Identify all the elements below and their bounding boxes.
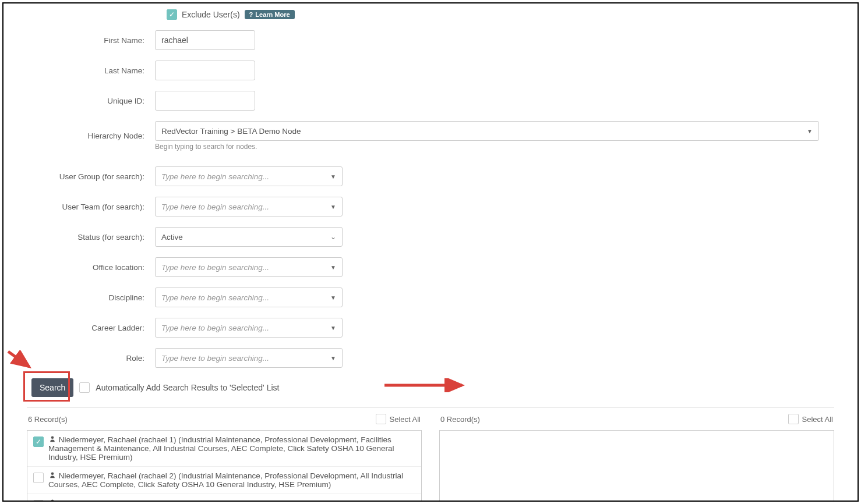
unique-id-label: Unique ID:	[27, 97, 155, 105]
exclude-users-label: Exclude User(s)	[182, 10, 240, 19]
user-icon	[48, 499, 57, 502]
last-name-label: Last Name:	[27, 66, 155, 75]
user-group-combo[interactable]: Type here to begin searching... ▼	[155, 166, 343, 186]
office-label: Office location:	[27, 263, 155, 272]
result-checkbox[interactable]	[33, 500, 44, 502]
result-text: Niedermeyer, Rachael (rachael 2) (Indust…	[48, 471, 403, 489]
office-combo[interactable]: Type here to begin searching... ▼	[155, 257, 343, 277]
selected-list[interactable]	[439, 430, 834, 502]
result-text: Niedermeyer, Rachael (rachael 1) (Indust…	[48, 435, 394, 462]
chevron-down-icon: ▼	[330, 325, 336, 331]
role-combo[interactable]: Type here to begin searching... ▼	[155, 348, 343, 368]
list-item[interactable]: Niedermeyer, Rachael (rachael 2) (Indust…	[27, 467, 421, 494]
hierarchy-select[interactable]: RedVector Training > BETA Demo Node ▼	[155, 121, 819, 141]
auto-add-checkbox[interactable]	[79, 382, 90, 393]
chevron-down-icon: ▼	[330, 355, 336, 361]
exclude-users-row: ✓ Exclude User(s) ? Learn More	[167, 9, 834, 20]
last-name-input[interactable]	[155, 61, 255, 80]
user-icon	[48, 471, 57, 480]
results-count: 6 Record(s)	[28, 415, 68, 424]
discipline-combo[interactable]: Type here to begin searching... ▼	[155, 288, 343, 307]
selected-count: 0 Record(s)	[440, 415, 480, 424]
search-results-column: 6 Record(s) Select All ✓ Niedermeyer,	[27, 408, 422, 502]
career-label: Career Ladder:	[27, 324, 155, 332]
hierarchy-value: RedVector Training > BETA Demo Node	[161, 127, 301, 136]
user-group-label: User Group (for search):	[27, 172, 155, 181]
chevron-down-icon: ▼	[330, 294, 336, 301]
chevron-down-icon: ▼	[330, 204, 336, 210]
status-label: Status (for search):	[27, 233, 155, 242]
user-icon	[48, 435, 57, 444]
result-checkbox[interactable]: ✓	[33, 436, 44, 447]
help-icon: ?	[249, 11, 253, 18]
list-item[interactable]: ✓ Niedermeyer, Rachael (rachael 1) (Indu…	[27, 431, 421, 467]
selected-list-column: 0 Record(s) Select All ✖ Remove Checked …	[439, 408, 834, 502]
exclude-users-checkbox[interactable]: ✓	[167, 9, 177, 20]
user-team-combo[interactable]: Type here to begin searching... ▼	[155, 197, 343, 216]
auto-add-label: Automatically Add Search Results to 'Sel…	[96, 383, 279, 392]
hierarchy-helper: Begin typing to search for nodes.	[155, 143, 834, 151]
career-combo[interactable]: Type here to begin searching... ▼	[155, 318, 343, 338]
select-all-label: Select All	[390, 415, 421, 424]
first-name-input[interactable]	[155, 30, 255, 50]
first-name-label: First Name:	[27, 36, 155, 45]
chevron-down-icon: ⌄	[330, 233, 336, 241]
hierarchy-label: Hierarchy Node:	[27, 132, 155, 140]
result-checkbox[interactable]	[33, 473, 44, 483]
select-all-right-checkbox[interactable]	[788, 414, 799, 424]
list-item[interactable]: Niedermeyer, Rachael (rachael 4) (AEC Co…	[27, 494, 421, 502]
discipline-label: Discipline:	[27, 293, 155, 302]
main-panel: ✓ Exclude User(s) ? Learn More First Nam…	[2, 2, 859, 502]
search-results-list[interactable]: ✓ Niedermeyer, Rachael (rachael 1) (Indu…	[27, 430, 422, 502]
select-all-label: Select All	[802, 415, 833, 424]
role-label: Role:	[27, 354, 155, 363]
chevron-down-icon: ▼	[330, 264, 336, 271]
user-team-label: User Team (for search):	[27, 203, 155, 211]
learn-more-text: Learn More	[255, 11, 290, 18]
chevron-down-icon: ▼	[807, 128, 813, 134]
unique-id-input[interactable]	[155, 91, 255, 111]
chevron-down-icon: ▼	[330, 173, 336, 180]
status-select[interactable]: Active ⌄	[155, 227, 343, 247]
result-text: Niedermeyer, Rachael (rachael 4) (AEC Co…	[48, 499, 376, 502]
select-all-left-checkbox[interactable]	[376, 414, 386, 424]
learn-more-badge[interactable]: ? Learn More	[245, 10, 295, 19]
search-button[interactable]: Search	[31, 378, 73, 397]
